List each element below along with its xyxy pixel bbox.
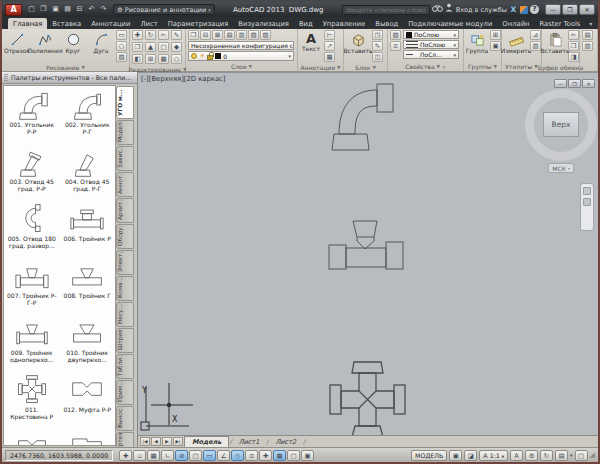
first-layout-button[interactable]: |◀ bbox=[140, 437, 150, 446]
palette-item-tee-p[interactable]: 006. Тройник Р bbox=[60, 202, 116, 259]
copy-tool-icon[interactable]: ❐ bbox=[132, 42, 143, 52]
next-layout-button[interactable]: ▶ bbox=[162, 437, 172, 446]
save-as-icon[interactable]: ▤ bbox=[62, 4, 73, 15]
circle-tool[interactable]: Круг bbox=[60, 30, 86, 54]
tab-vstavka[interactable]: Вставка bbox=[47, 18, 86, 29]
create-block-icon[interactable]: ◳ bbox=[372, 30, 383, 40]
osnap-toggle[interactable]: ▢ bbox=[189, 450, 202, 461]
quick-calc-icon[interactable]: ▥ bbox=[530, 41, 541, 51]
tab-list2[interactable]: Лист2 bbox=[268, 437, 303, 447]
minimize-button[interactable]: — bbox=[545, 4, 561, 15]
infocenter-search-input[interactable] bbox=[342, 5, 430, 15]
help-icon[interactable]: ? bbox=[530, 5, 539, 14]
panel-expander[interactable]: » bbox=[442, 63, 446, 70]
palette-item-elbow-pg[interactable]: 002. Угольник Р-Г bbox=[60, 88, 116, 145]
close-button[interactable]: ✕ bbox=[579, 4, 595, 15]
panel-label-annotation[interactable]: Аннотации▼ bbox=[298, 63, 343, 71]
measure-button[interactable]: Измерить bbox=[504, 30, 528, 54]
hatch-tool-icon[interactable]: ▨ bbox=[116, 52, 127, 62]
mirror-tool-icon[interactable]: ▲ bbox=[145, 42, 156, 52]
tab-raster-tools[interactable]: Raster Tools bbox=[535, 18, 586, 29]
tab-list1[interactable]: Лист1 bbox=[232, 437, 267, 447]
grid-toggle[interactable]: ▦ bbox=[147, 450, 160, 461]
overflow-tool-icon2[interactable]: ▥ bbox=[582, 41, 593, 51]
tab-moduli[interactable]: Подключаемые модули bbox=[403, 18, 497, 29]
palette-tab-constraints[interactable]: Завис... bbox=[116, 146, 134, 171]
exchange-icon[interactable]: X bbox=[509, 4, 518, 15]
properties-list-icon[interactable]: ≡ bbox=[390, 41, 401, 51]
layer-state-dropdown[interactable]: Несохраненная конфигурация сло▾ bbox=[188, 41, 294, 50]
tab-vid[interactable]: Вид bbox=[294, 18, 318, 29]
rectangle-tool-icon[interactable]: ▭ bbox=[116, 30, 127, 40]
layer-isolate-icon[interactable]: ⊠ bbox=[212, 30, 223, 40]
palette-item-elbow-pp[interactable]: 001. Угольник Р-Р bbox=[4, 88, 60, 145]
palette-tab-mechanical[interactable]: Обору... bbox=[116, 224, 134, 249]
line-tool[interactable]: Отрезок bbox=[4, 30, 30, 54]
layer-dropdown[interactable]: ☀ 0 ▾ bbox=[188, 51, 294, 61]
tab-vizualizaciya[interactable]: Визуализация bbox=[233, 18, 294, 29]
open-file-icon[interactable]: ❐ bbox=[38, 4, 49, 15]
workspace-switch-icon[interactable]: ⚙ bbox=[525, 450, 538, 461]
model-space-button[interactable]: МОДЕЛЬ bbox=[411, 450, 447, 461]
fillet-tool-icon[interactable]: ▢ bbox=[158, 42, 169, 52]
lineweight-toggle[interactable]: ✚ bbox=[259, 450, 272, 461]
ungroup-icon[interactable]: ⊞ bbox=[490, 30, 501, 40]
annotation-scale-button[interactable]: А 1:1 ▾ bbox=[479, 450, 508, 461]
signin-link[interactable]: Вход в службы bbox=[456, 6, 507, 14]
palette-tab-commands[interactable]: Кома... bbox=[116, 276, 134, 301]
annotation-visibility-icon[interactable]: А bbox=[510, 450, 523, 461]
trim-tool-icon[interactable]: ✂ bbox=[158, 30, 169, 40]
palette-item-bend180[interactable]: 005. Отвод 180 град. развор... bbox=[4, 202, 60, 259]
ortho-toggle[interactable]: ∟ bbox=[161, 450, 174, 461]
move-tool-icon[interactable]: ✚ bbox=[132, 30, 143, 40]
palette-tab-draw[interactable]: Чертеж bbox=[116, 432, 134, 447]
palette-item-reducer[interactable] bbox=[60, 430, 116, 446]
table-tool-icon[interactable]: ▦ bbox=[324, 52, 335, 62]
erase-tool-icon[interactable]: ✎ bbox=[171, 30, 182, 40]
transparency-toggle[interactable]: ▦ bbox=[273, 450, 286, 461]
block-attributes-icon[interactable]: ◫ bbox=[372, 52, 383, 62]
dimension-tool-icon[interactable]: ⊢ bbox=[324, 30, 335, 40]
quick-view-layouts-icon[interactable]: ▣ bbox=[449, 450, 462, 461]
panel-label-groups[interactable]: Группы▼ bbox=[464, 62, 501, 71]
panel-label-properties[interactable]: Свойства▼» bbox=[388, 62, 463, 71]
ellipse-tool-icon[interactable]: ○ bbox=[116, 41, 127, 51]
resize-grip-icon[interactable]: ◢ bbox=[590, 451, 595, 459]
exchange-apps-icon[interactable] bbox=[520, 6, 528, 14]
palette-tab-annotation[interactable]: Аннот... bbox=[116, 172, 134, 197]
palette-tab-ugo[interactable]: УГО м... bbox=[116, 86, 134, 119]
paste-special-icon[interactable]: ◨ bbox=[568, 52, 579, 62]
dyninput-toggle[interactable]: ≡ bbox=[245, 450, 258, 461]
plot-icon[interactable]: ⊟ bbox=[74, 4, 85, 15]
arc-tool[interactable]: Дуга bbox=[88, 30, 114, 54]
selection-cycling-toggle[interactable]: ▣ bbox=[301, 450, 314, 461]
toolbar-unlock-icon[interactable]: ▤ bbox=[555, 450, 568, 461]
leader-tool-icon[interactable]: ↗ bbox=[324, 41, 335, 51]
paste-button[interactable]: Вставить bbox=[544, 30, 566, 54]
palette-tab-tables[interactable]: Табли... bbox=[116, 354, 134, 379]
edit-block-icon[interactable]: ✎ bbox=[372, 41, 383, 51]
tab-glavnaya[interactable]: Главная bbox=[8, 18, 47, 29]
panel-label-layers[interactable]: Слои▼ bbox=[186, 62, 297, 71]
new-file-icon[interactable]: ▢ bbox=[26, 4, 37, 15]
drawing-canvas[interactable]: [-][Верхняя][2D каркас] — ❐ ✕ Верх МСК▾ bbox=[138, 72, 598, 435]
rotate-tool-icon[interactable]: ↻ bbox=[145, 30, 156, 40]
polyline-tool[interactable]: Полилиния bbox=[32, 30, 58, 54]
layer-prev-icon[interactable]: ▨ bbox=[260, 30, 271, 40]
workspace-switcher[interactable]: ⚙ Рисование и аннотации ▾ bbox=[113, 4, 215, 15]
panel-label-draw[interactable]: Рисование▼ bbox=[2, 63, 129, 71]
save-icon[interactable]: ▣ bbox=[50, 4, 61, 15]
insert-block-button[interactable]: Вставить bbox=[346, 30, 370, 54]
layer-properties-icon[interactable]: ❐ bbox=[188, 30, 199, 40]
tab-vyvod[interactable]: Вывод bbox=[370, 18, 403, 29]
palette-item-tee-pgp[interactable]: 007. Тройник Р-Г-Р bbox=[4, 259, 60, 316]
palette-tab-samples[interactable]: Прим... bbox=[116, 380, 134, 405]
tab-list[interactable]: Лист bbox=[135, 18, 162, 29]
quickprops-toggle[interactable]: ▢ bbox=[287, 450, 300, 461]
tab-online[interactable]: Онлайн bbox=[497, 18, 534, 29]
palette-item-tee-reducing2[interactable]: 010. Тройник двуперехо... bbox=[60, 316, 116, 373]
cut-icon[interactable]: ✂ bbox=[568, 30, 579, 40]
lineweight-dropdown[interactable]: ПоСлою▾ bbox=[403, 40, 459, 49]
panel-label-block[interactable]: Блок▼ bbox=[344, 63, 387, 71]
quick-select-icon[interactable]: ⊿ bbox=[530, 30, 541, 40]
